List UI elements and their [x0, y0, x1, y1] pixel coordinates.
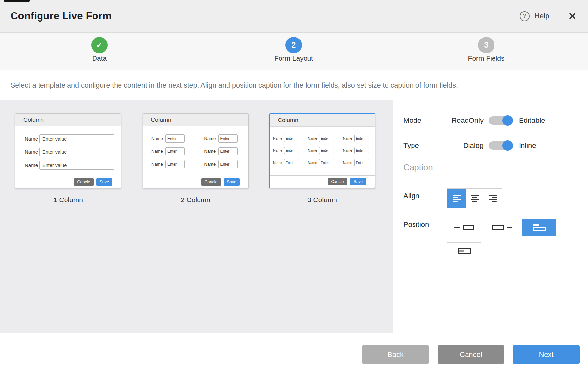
align-right-icon: [489, 195, 497, 202]
preview-field-label: Name: [308, 161, 319, 165]
preview-field-label: Name: [343, 148, 354, 152]
preview-field-label: Name: [25, 136, 39, 142]
step-label-form-fields: Form Fields: [447, 54, 526, 62]
preview-field-label: Name: [343, 161, 354, 165]
align-center-button[interactable]: [466, 189, 484, 208]
preview-text-input: Enter: [284, 135, 299, 142]
footer-divider: [0, 333, 588, 333]
align-button-group: [447, 188, 502, 208]
preview-column: NameEnter NameEnter NameEnter: [270, 127, 305, 175]
template-caption-1-column: 1 Column: [15, 196, 121, 204]
page-title: Configure Live Form: [11, 0, 112, 32]
preview-text-input: Enter: [165, 134, 185, 143]
preview-form-title: Column: [15, 114, 121, 126]
align-left-button[interactable]: [447, 189, 466, 208]
dialog-header: Configure Live Form ? Help ✕: [0, 0, 588, 33]
step-circle-data[interactable]: ✓: [91, 37, 108, 53]
help-icon: ?: [520, 11, 530, 21]
next-button[interactable]: Next: [513, 345, 580, 364]
preview-field-label: Name: [308, 136, 319, 140]
mode-on-label: Editable: [519, 116, 545, 125]
preview-column: NameEnter NameEnter NameEnter: [305, 127, 339, 175]
step-description-row: Select a template and configure the cont…: [0, 70, 588, 100]
preview-text-input: Enter: [284, 159, 299, 166]
preview-field-label: Name: [151, 162, 165, 167]
preview-text-input: Enter: [354, 159, 369, 166]
preview-field-row: Name Enter value: [25, 161, 114, 170]
help-button[interactable]: ? Help: [520, 0, 549, 32]
mode-setting-row: Mode ReadOnly Editable: [403, 115, 545, 126]
cancel-button[interactable]: Cancel: [438, 345, 504, 364]
preview-text-input: Enter: [218, 134, 238, 143]
preview-field-label: Name: [204, 162, 218, 167]
preview-field-label: Name: [273, 136, 284, 140]
template-card-3-column-selected[interactable]: Column NameEnter NameEnter NameEnter Nam…: [269, 113, 375, 188]
type-label: Type: [403, 141, 443, 150]
preview-field-label: Name: [25, 162, 39, 168]
back-button[interactable]: Back: [362, 345, 429, 364]
check-icon: ✓: [96, 41, 102, 50]
step-circle-form-fields[interactable]: 3: [478, 37, 494, 53]
type-toggle[interactable]: [489, 140, 513, 151]
preview-cancel-button: Cancle: [201, 178, 221, 186]
preview-text-input: Enter: [284, 147, 299, 154]
step-circle-form-layout[interactable]: 2: [285, 37, 302, 53]
type-off-label: Dialog: [443, 141, 484, 150]
position-caption-inside-button[interactable]: [447, 242, 481, 259]
position-label: Position: [403, 220, 429, 229]
template-caption-2-column: 2 Column: [143, 196, 249, 204]
caption-section-heading: Caption: [403, 162, 433, 173]
template-caption-3-column: 3 Column: [269, 196, 375, 204]
caption-right-icon: [492, 225, 512, 230]
caption-inside-icon: [458, 248, 471, 254]
preview-field-row: Name Enter value: [25, 148, 114, 156]
preview-text-input: Enter: [218, 160, 238, 168]
preview-field-label: Name: [343, 136, 354, 140]
preview-save-button: Save: [96, 178, 113, 186]
preview-column: NameEnter NameEnter NameEnter: [196, 126, 249, 176]
mode-off-label: ReadOnly: [443, 116, 484, 125]
preview-text-input: Enter: [319, 135, 334, 142]
configure-live-form-dialog: Configure Live Form ? Help ✕ ✓ Data 2 Fo…: [0, 0, 588, 376]
mode-toggle[interactable]: [489, 115, 513, 126]
help-label: Help: [534, 12, 549, 20]
preview-text-input: Enter value: [39, 134, 114, 143]
preview-form-title: Column: [270, 114, 375, 127]
stepper-connector-2: [302, 45, 478, 45]
preview-text-input: Enter: [354, 147, 369, 154]
align-left-icon: [453, 195, 461, 202]
step-label-form-layout: Form Layout: [254, 54, 333, 62]
preview-text-input: Enter value: [39, 148, 114, 156]
preview-text-input: Enter: [165, 147, 185, 155]
template-card-1-column[interactable]: Column Name Enter value Name Enter value…: [15, 113, 121, 188]
align-center-icon: [471, 195, 479, 202]
preview-cancel-button: Cancle: [328, 178, 347, 185]
preview-text-input: Enter: [165, 160, 185, 168]
position-caption-right-button[interactable]: [485, 219, 519, 236]
preview-cancel-button: Cancle: [74, 178, 94, 186]
caption-left-icon: [454, 225, 474, 230]
caption-above-icon: [533, 224, 546, 231]
align-right-button[interactable]: [484, 189, 502, 208]
preview-footer: Cancle Save: [143, 176, 248, 188]
step-number: 3: [484, 41, 489, 50]
preview-text-input: Enter: [354, 135, 369, 142]
preview-form-title: Column: [143, 114, 248, 126]
preview-field-row: Name Enter value: [25, 134, 114, 143]
preview-field-label: Name: [204, 136, 218, 141]
preview-save-button: Save: [350, 178, 366, 185]
form-settings-panel: Mode ReadOnly Editable Type Dialog Inlin…: [393, 100, 588, 333]
close-icon[interactable]: ✕: [565, 0, 580, 32]
preview-field-label: Name: [151, 136, 165, 141]
toggle-knob: [502, 115, 513, 126]
preview-field-label: Name: [273, 161, 284, 165]
position-caption-above-button-selected[interactable]: [522, 219, 556, 236]
preview-text-input: Enter value: [39, 161, 114, 170]
template-card-2-column[interactable]: Column NameEnter NameEnter NameEnter Nam…: [143, 113, 249, 188]
preview-text-input: Enter: [319, 159, 334, 166]
preview-field-label: Name: [204, 149, 218, 154]
preview-footer: Cancle Save: [270, 175, 375, 188]
mode-label: Mode: [403, 116, 443, 125]
position-caption-left-button[interactable]: [447, 219, 481, 236]
align-label: Align: [403, 192, 419, 200]
